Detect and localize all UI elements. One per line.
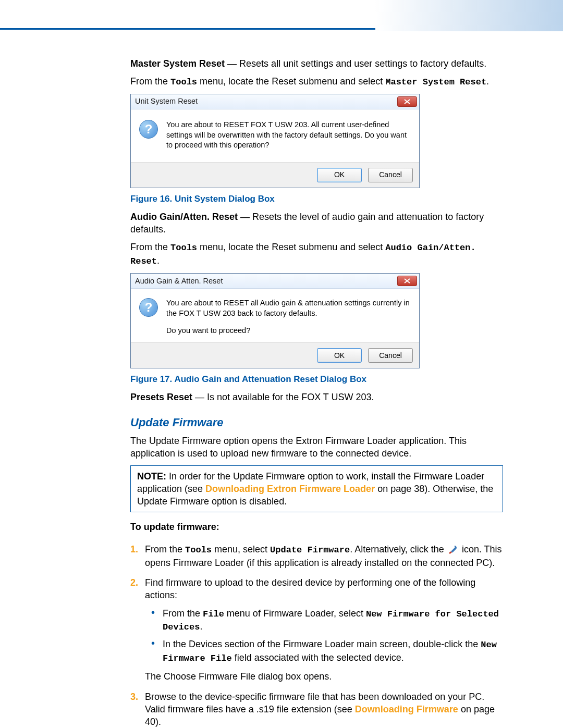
close-icon[interactable] <box>397 276 417 286</box>
ok-button[interactable]: OK <box>317 168 362 182</box>
dialog-message: You are about to RESET all Audio gain & … <box>166 298 411 336</box>
presets-reset-desc: Presets Reset — Is not available for the… <box>130 391 503 403</box>
update-firmware-desc: The Update Firmware option opens the Ext… <box>130 435 503 460</box>
bullet-devices-section: In the Devices section of the Firmware L… <box>161 638 503 665</box>
step-2-bullets: From the File menu of Firmware Loader, s… <box>145 607 503 665</box>
presets-reset-label: Presets Reset <box>130 392 192 402</box>
close-icon[interactable] <box>397 96 417 107</box>
download-firmware-link[interactable]: Downloading Firmware <box>355 704 458 714</box>
dialog-message: You are about to RESET FOX T USW 203. Al… <box>166 120 411 151</box>
figure-17-caption: Figure 17. Audio Gain and Attenuation Re… <box>130 374 503 386</box>
audio-gain-reset-dialog: Audio Gain & Atten. Reset ? You are abou… <box>130 273 420 368</box>
dialog-titlebar: Audio Gain & Atten. Reset <box>131 274 419 289</box>
page-content: Master System Reset — Resets all unit se… <box>130 57 503 728</box>
wrench-icon <box>448 545 458 555</box>
choose-file-opens: The Choose Firmware File dialog box open… <box>145 670 503 683</box>
dialog-title: Unit System Reset <box>135 96 397 107</box>
note-box: NOTE: In order for the Update Firmware o… <box>130 465 503 513</box>
dialog-title: Audio Gain & Atten. Reset <box>135 276 397 287</box>
step-3: 3. Browse to the device-specific firmwar… <box>142 690 503 728</box>
dialog-body: ? You are about to RESET all Audio gain … <box>131 289 419 342</box>
ok-button[interactable]: OK <box>317 348 362 363</box>
to-update-firmware-heading: To update firmware: <box>130 521 503 533</box>
dialog-button-row: OK Cancel <box>131 342 419 368</box>
document-page: Master System Reset — Resets all unit se… <box>0 0 563 728</box>
unit-system-reset-dialog: Unit System Reset ? You are about to RES… <box>130 94 420 188</box>
master-reset-instr: From the Tools menu, locate the Reset su… <box>130 75 503 89</box>
download-loader-link[interactable]: Downloading Extron Firmware Loader <box>205 484 375 494</box>
master-reset-desc: Master System Reset — Resets all unit se… <box>130 57 503 70</box>
step-2: 2. Find firmware to upload to the desire… <box>142 576 503 683</box>
question-icon: ? <box>139 298 158 317</box>
master-reset-label: Master System Reset <box>130 58 225 69</box>
cancel-button[interactable]: Cancel <box>368 348 413 363</box>
update-firmware-heading: Update Firmware <box>130 415 503 430</box>
page-header-bar <box>0 0 563 31</box>
audio-reset-desc: Audio Gain/Atten. Reset — Resets the lev… <box>130 211 503 236</box>
dialog-body: ? You are about to RESET FOX T USW 203. … <box>131 109 419 162</box>
figure-16-caption: Figure 16. Unit System Dialog Box <box>130 193 503 205</box>
question-icon: ? <box>139 120 158 139</box>
step-1: 1. From the Tools menu, select Update Fi… <box>142 543 503 569</box>
dialog-titlebar: Unit System Reset <box>131 94 419 109</box>
bullet-file-menu: From the File menu of Firmware Loader, s… <box>161 607 503 634</box>
audio-reset-label: Audio Gain/Atten. Reset <box>130 212 238 222</box>
dialog-button-row: OK Cancel <box>131 162 419 188</box>
steps-list: 1. From the Tools menu, select Update Fi… <box>130 543 503 728</box>
audio-reset-instr: From the Tools menu, locate the Reset su… <box>130 241 503 268</box>
cancel-button[interactable]: Cancel <box>368 168 413 182</box>
